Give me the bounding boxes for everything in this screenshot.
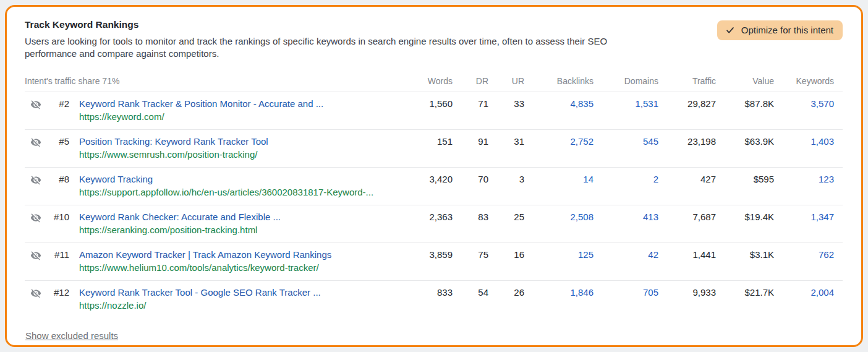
eye-off-icon[interactable]	[25, 287, 47, 299]
card-header: Track Keyword Rankings Users are looking…	[25, 19, 843, 59]
cell-traffic: 9,933	[658, 287, 716, 298]
cell-backlinks-link[interactable]: 2,752	[524, 136, 594, 147]
cell-words: 3,859	[397, 249, 453, 260]
cell-keywords-link[interactable]: 3,570	[774, 98, 834, 109]
column-header-dr: DR	[453, 76, 488, 86]
result-main-cell: Keyword Tracking https://support.appfoll…	[69, 174, 397, 198]
result-title-link[interactable]: Amazon Keyword Tracker | Track Amazon Ke…	[79, 249, 397, 260]
result-rank: #2	[47, 98, 69, 109]
result-main-cell: Amazon Keyword Tracker | Track Amazon Ke…	[69, 249, 397, 273]
table-row: #12 Keyword Rank Tracker Tool - Google S…	[25, 281, 843, 318]
cell-backlinks-link[interactable]: 125	[524, 249, 594, 260]
optimize-intent-button[interactable]: Optimize for this intent	[717, 20, 843, 40]
result-rank: #8	[47, 174, 69, 185]
cell-traffic: 427	[658, 174, 716, 185]
intent-card: Track Keyword Rankings Users are looking…	[5, 5, 863, 347]
result-rank: #11	[47, 249, 69, 260]
result-rank: #5	[47, 136, 69, 147]
cell-value: $595	[716, 174, 774, 185]
cell-value: $19.4K	[716, 212, 774, 223]
cell-words: 2,363	[397, 212, 453, 223]
result-main-cell: Keyword Rank Tracker Tool - Google SEO R…	[69, 287, 397, 311]
cell-keywords-link[interactable]: 1,403	[774, 136, 834, 147]
result-title-link[interactable]: Position Tracking: Keyword Rank Tracker …	[79, 136, 397, 147]
cell-ur: 31	[488, 136, 524, 147]
result-main-cell: Keyword Rank Tracker & Position Monitor …	[69, 98, 397, 122]
result-title-link[interactable]: Keyword Tracking	[79, 174, 397, 185]
eye-off-icon[interactable]	[25, 136, 47, 148]
column-header-domains: Domains	[594, 76, 658, 86]
table-body: #2 Keyword Rank Tracker & Position Monit…	[25, 92, 843, 318]
cell-dr: 70	[453, 174, 488, 185]
cell-ur: 26	[488, 287, 524, 298]
result-rank: #10	[47, 212, 69, 223]
cell-dr: 54	[453, 287, 488, 298]
result-url-link[interactable]: https://nozzle.io/	[79, 300, 397, 311]
eye-off-icon[interactable]	[25, 249, 47, 261]
cell-backlinks-link[interactable]: 4,835	[524, 98, 594, 109]
cell-domains-link[interactable]: 545	[594, 136, 658, 147]
cell-ur: 16	[488, 249, 524, 260]
table-row: #2 Keyword Rank Tracker & Position Monit…	[25, 92, 843, 130]
table-row: #11 Amazon Keyword Tracker | Track Amazo…	[25, 243, 843, 281]
table-header-row: Intent's traffic share 71% Words DR UR B…	[25, 76, 843, 92]
result-title-link[interactable]: Keyword Rank Checker: Accurate and Flexi…	[79, 212, 397, 223]
results-table: Intent's traffic share 71% Words DR UR B…	[25, 76, 843, 318]
result-rank: #12	[47, 287, 69, 298]
column-header-backlinks: Backlinks	[524, 76, 594, 86]
cell-domains-link[interactable]: 42	[594, 249, 658, 260]
table-row: #5 Position Tracking: Keyword Rank Track…	[25, 130, 843, 168]
result-title-link[interactable]: Keyword Rank Tracker Tool - Google SEO R…	[79, 287, 397, 298]
result-title-link[interactable]: Keyword Rank Tracker & Position Monitor …	[79, 98, 397, 109]
table-row: #10 Keyword Rank Checker: Accurate and F…	[25, 205, 843, 243]
cell-traffic: 7,687	[658, 212, 716, 223]
page-title: Track Keyword Rankings	[25, 19, 717, 30]
traffic-share-label: Intent's traffic share 71%	[25, 76, 397, 86]
result-url-link[interactable]: https://support.appfollow.io/hc/en-us/ar…	[79, 187, 397, 198]
cell-keywords-link[interactable]: 123	[774, 174, 834, 185]
cell-domains-link[interactable]: 705	[594, 287, 658, 298]
cell-backlinks-link[interactable]: 2,508	[524, 212, 594, 223]
column-header-value: Value	[716, 76, 774, 86]
cell-dr: 71	[453, 98, 488, 109]
cell-dr: 75	[453, 249, 488, 260]
column-header-traffic: Traffic	[658, 76, 716, 86]
cell-backlinks-link[interactable]: 1,846	[524, 287, 594, 298]
eye-off-icon[interactable]	[25, 98, 47, 110]
column-header-words: Words	[397, 76, 453, 86]
cell-keywords-link[interactable]: 2,004	[774, 287, 834, 298]
cell-value: $63.9K	[716, 136, 774, 147]
cell-dr: 91	[453, 136, 488, 147]
cell-domains-link[interactable]: 413	[594, 212, 658, 223]
result-url-link[interactable]: https://www.semrush.com/position-trackin…	[79, 149, 397, 160]
cell-domains-link[interactable]: 2	[594, 174, 658, 185]
eye-off-icon[interactable]	[25, 174, 47, 186]
cell-ur: 25	[488, 212, 524, 223]
optimize-intent-button-label: Optimize for this intent	[741, 25, 833, 35]
cell-value: $21.7K	[716, 287, 774, 298]
column-header-ur: UR	[488, 76, 524, 86]
cell-words: 151	[397, 136, 453, 147]
show-excluded-results-link[interactable]: Show excluded results	[25, 330, 118, 341]
cell-traffic: 23,198	[658, 136, 716, 147]
cell-words: 833	[397, 287, 453, 298]
cell-keywords-link[interactable]: 762	[774, 249, 834, 260]
card-header-text: Track Keyword Rankings Users are looking…	[25, 19, 717, 59]
cell-traffic: 1,441	[658, 249, 716, 260]
check-icon	[725, 25, 735, 35]
intent-description: Users are looking for tools to monitor a…	[25, 35, 655, 59]
result-url-link[interactable]: https://www.helium10.com/tools/analytics…	[79, 262, 397, 273]
cell-words: 1,560	[397, 98, 453, 109]
cell-backlinks-link[interactable]: 14	[524, 174, 594, 185]
cell-value: $87.8K	[716, 98, 774, 109]
result-url-link[interactable]: https://keyword.com/	[79, 111, 397, 122]
cell-ur: 33	[488, 98, 524, 109]
cell-domains-link[interactable]: 1,531	[594, 98, 658, 109]
cell-keywords-link[interactable]: 1,347	[774, 212, 834, 223]
result-main-cell: Keyword Rank Checker: Accurate and Flexi…	[69, 212, 397, 236]
result-url-link[interactable]: https://seranking.com/position-tracking.…	[79, 225, 397, 236]
cell-value: $3.1K	[716, 249, 774, 260]
column-header-keywords: Keywords	[774, 76, 834, 86]
table-row: #8 Keyword Tracking https://support.appf…	[25, 168, 843, 205]
eye-off-icon[interactable]	[25, 212, 47, 223]
